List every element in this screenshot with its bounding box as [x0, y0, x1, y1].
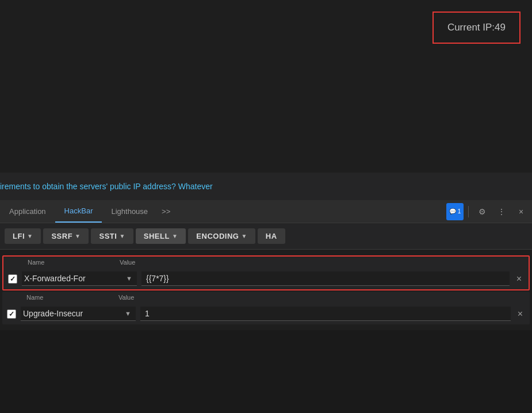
message-text: irements to obtain the servers' public I… [0, 182, 213, 191]
col-value-label: Value [120, 259, 135, 266]
header-labels-row: Name Value [3, 257, 529, 268]
close-tab-btn[interactable]: × [512, 203, 530, 220]
lfi-chevron: ▼ [27, 233, 33, 239]
tab-hackbar[interactable]: HackBar [55, 200, 102, 223]
chat-count: 1 [458, 208, 461, 215]
row1-close-btn[interactable]: × [514, 274, 524, 284]
col-name-label: Name [28, 259, 120, 266]
gear-btn[interactable]: ⚙ [473, 203, 491, 220]
selected-row-wrapper: Name Value X-Forwarded-For ▼ {{7*7}} × [2, 255, 530, 290]
normal-row-wrapper: Name Value Upgrade-Insecur ▼ 1 × [2, 292, 530, 324]
header-labels-row-2: Name Value [2, 292, 530, 303]
row1-value-input[interactable]: {{7*7}} [141, 271, 510, 286]
top-area: Current IP:49 [0, 0, 532, 173]
row1-dropdown-arrow[interactable]: ▼ [126, 275, 132, 282]
chat-icon-btn[interactable]: 💬 1 [446, 203, 464, 220]
tab-lighthouse[interactable]: Lighthouse [102, 200, 157, 223]
row2-name-text: Upgrade-Insecur [23, 309, 123, 318]
toolbar: LFI ▼ SSRF ▼ SSTI ▼ SHELL ▼ ENCODING ▼ H… [0, 223, 532, 250]
shell-chevron: ▼ [172, 233, 178, 239]
row2-dropdown-arrow[interactable]: ▼ [125, 310, 131, 317]
message-area: irements to obtain the servers' public I… [0, 173, 532, 200]
current-ip-box: Current IP:49 [433, 12, 520, 44]
encoding-chevron: ▼ [241, 233, 247, 239]
encoding-btn[interactable]: ENCODING ▼ [188, 228, 255, 244]
row2-close-btn[interactable]: × [515, 309, 525, 319]
divider [468, 206, 469, 217]
ssti-chevron: ▼ [119, 233, 125, 239]
lfi-btn[interactable]: LFI ▼ [5, 228, 41, 244]
ssrf-btn[interactable]: SSRF ▼ [43, 228, 89, 244]
more-vert-btn[interactable]: ⋮ [493, 203, 510, 220]
row2-checkbox[interactable] [7, 309, 16, 319]
table-row: X-Forwarded-For ▼ {{7*7}} × [3, 268, 529, 289]
tab-application[interactable]: Application [0, 200, 55, 223]
col-value-label-2: Value [118, 294, 134, 301]
row2-name-select[interactable]: Upgrade-Insecur ▼ [21, 307, 136, 321]
row1-name-select[interactable]: X-Forwarded-For ▼ [22, 271, 137, 286]
row2-value-input[interactable]: 1 [140, 307, 511, 321]
row1-checkbox[interactable] [8, 274, 17, 284]
table-row-2: Upgrade-Insecur ▼ 1 × [2, 303, 530, 324]
tab-bar-icons: 💬 1 ⚙ ⋮ × [446, 203, 532, 220]
ssti-btn[interactable]: SSTI ▼ [91, 228, 133, 244]
shell-btn[interactable]: SHELL ▼ [136, 228, 186, 244]
main-content: Name Value X-Forwarded-For ▼ {{7*7}} × N… [0, 250, 532, 330]
chat-icon: 💬 [449, 208, 456, 215]
tab-more[interactable]: >> [157, 207, 175, 216]
ssrf-chevron: ▼ [75, 233, 81, 239]
col-name-label-2: Name [26, 294, 118, 301]
gear-icon: ⚙ [479, 207, 486, 216]
tab-bar: Application HackBar Lighthouse >> 💬 1 ⚙ … [0, 200, 532, 223]
close-icon: × [519, 207, 523, 216]
ha-btn[interactable]: HA [258, 228, 285, 244]
row1-name-text: X-Forwarded-For [24, 274, 124, 283]
more-vert-icon: ⋮ [497, 207, 506, 216]
current-ip-text: Current IP:49 [447, 22, 506, 33]
